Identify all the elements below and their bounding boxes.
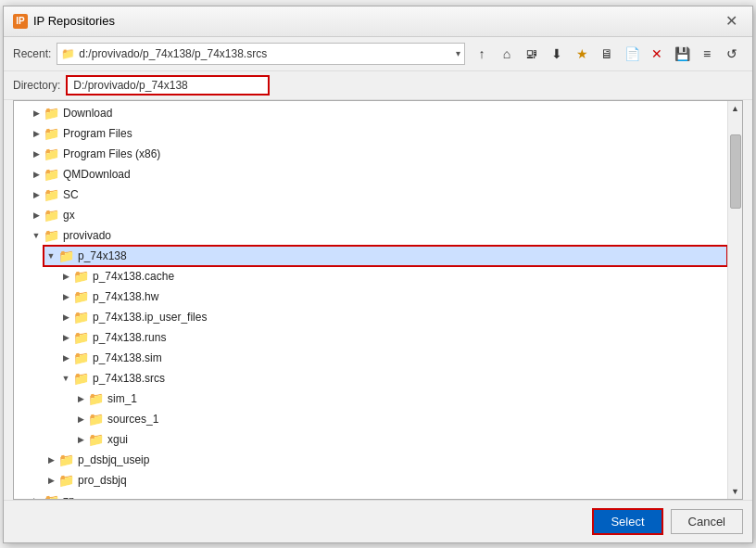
folder-icon-pro-dsbjq: 📁 — [58, 473, 74, 488]
starred-button[interactable]: ★ — [571, 43, 593, 65]
item-label-p74x138-sim: p_74x138.sim — [93, 351, 162, 364]
expand-qmdownload[interactable]: ▶ — [29, 167, 44, 182]
tree-item-p74x138[interactable]: ▼ 📁 p_74x138 — [44, 246, 727, 266]
tree-item-p74x138-sim[interactable]: ▶ 📁 p_74x138.sim — [58, 348, 727, 368]
item-label-p74x138-srcs: p_74x138.srcs — [93, 372, 165, 385]
scrollbar-thumb[interactable] — [730, 134, 741, 209]
scroll-down-btn[interactable]: ▼ — [728, 484, 743, 499]
tree-item-sc[interactable]: ▶ 📁 SC — [29, 185, 727, 205]
desktop-button[interactable]: 🖳 — [521, 43, 543, 65]
item-label-program-files: Program Files — [63, 127, 132, 140]
folder-icon-program-files-x86: 📁 — [44, 147, 59, 161]
tree-item-p-dsbjq-useip[interactable]: ▶ 📁 p_dsbjq_useip — [44, 450, 727, 470]
folder-icon-sim1: 📁 — [88, 391, 104, 406]
folder-icon-p74x138-cache: 📁 — [73, 269, 89, 284]
expand-p74x138-hw[interactable]: ▶ — [58, 289, 73, 304]
directory-input[interactable] — [66, 75, 270, 96]
expand-pro-dsbjq[interactable]: ▶ — [44, 473, 58, 488]
home-button[interactable]: ⌂ — [496, 43, 518, 65]
combo-dropdown-arrow[interactable]: ▾ — [456, 48, 460, 58]
expand-p74x138-srcs[interactable]: ▼ — [58, 371, 73, 386]
download-button[interactable]: ⬇ — [546, 43, 568, 65]
delete-button[interactable]: ✕ — [646, 43, 668, 65]
expand-p74x138-ip-user-files[interactable]: ▶ — [58, 310, 73, 325]
item-label-p74x138: p_74x138 — [78, 249, 127, 262]
item-label-sim1: sim_1 — [107, 392, 137, 405]
folder-icon-sources1: 📁 — [88, 412, 104, 427]
item-label-pro-dsbjq: pro_dsbjq — [78, 474, 127, 487]
tree-item-sim1[interactable]: ▶ 📁 sim_1 — [73, 389, 727, 409]
folder-icon-program-files: 📁 — [44, 126, 59, 141]
toolbar-buttons: ↑ ⌂ 🖳 ⬇ ★ 🖥 📄 ✕ 💾 ≡ ↺ — [471, 43, 743, 65]
expand-sc[interactable]: ▶ — [29, 187, 44, 202]
folder-icon-sc: 📁 — [44, 187, 59, 202]
tree-item-program-files-x86[interactable]: ▶ 📁 Program Files (x86) — [29, 144, 727, 164]
expand-p74x138-runs[interactable]: ▶ — [58, 330, 73, 345]
tree-item-zp[interactable]: ▶ 📁 zp — [29, 491, 727, 499]
item-label-p-dsbjq-useip: p_dsbjq_useip — [78, 453, 149, 466]
new-file-button[interactable]: 📄 — [621, 43, 643, 65]
directory-row: Directory: — [4, 71, 752, 100]
combo-folder-icon: 📁 — [61, 47, 75, 60]
tree-item-program-files[interactable]: ▶ 📁 Program Files — [29, 123, 727, 144]
folder-icon-qmdownload: 📁 — [44, 167, 59, 182]
folder-icon-download: 📁 — [44, 106, 59, 121]
expand-sim1[interactable]: ▶ — [73, 391, 88, 406]
expand-program-files-x86[interactable]: ▶ — [29, 147, 44, 161]
scroll-up-btn[interactable]: ▲ — [728, 101, 743, 116]
cancel-button[interactable]: Cancel — [671, 509, 743, 534]
tree-item-sources1[interactable]: ▶ 📁 sources_1 — [73, 409, 727, 429]
expand-gx[interactable]: ▶ — [29, 208, 44, 223]
expand-sources1[interactable]: ▶ — [73, 412, 88, 427]
expand-p74x138-sim[interactable]: ▶ — [58, 350, 73, 365]
expand-xgui[interactable]: ▶ — [73, 432, 88, 447]
item-label-qmdownload: QMDownload — [63, 168, 131, 181]
tree-item-p74x138-hw[interactable]: ▶ 📁 p_74x138.hw — [58, 287, 727, 307]
tree-item-p74x138-ip-user-files[interactable]: ▶ 📁 p_74x138.ip_user_files — [58, 307, 727, 327]
tree-item-p74x138-srcs[interactable]: ▼ 📁 p_74x138.srcs — [58, 368, 727, 389]
refresh-button[interactable]: ↺ — [721, 43, 743, 65]
button-row: Select Cancel — [4, 500, 752, 542]
item-label-p74x138-ip-user-files: p_74x138.ip_user_files — [93, 311, 207, 324]
drives-button[interactable]: 💾 — [671, 43, 693, 65]
tree-item-p74x138-runs[interactable]: ▶ 📁 p_74x138.runs — [58, 327, 727, 348]
toolbar-row: Recent: 📁 d:/provivado/p_74x138/p_74x138… — [4, 37, 752, 71]
item-label-zp: zp — [63, 494, 75, 499]
select-button[interactable]: Select — [592, 508, 662, 535]
file-tree-container: ▶ 📁 Download ▶ 📁 Program Files ▶ 📁 Progr… — [13, 100, 743, 500]
tree-item-download[interactable]: ▶ 📁 Download — [29, 103, 727, 123]
up-button[interactable]: ↑ — [471, 43, 493, 65]
tree-item-xgui[interactable]: ▶ 📁 xgui — [73, 429, 727, 450]
expand-p74x138-cache[interactable]: ▶ — [58, 269, 73, 284]
item-label-gx: gx — [63, 209, 75, 222]
dialog-icon: IP — [13, 14, 28, 29]
dialog-title: IP Repositories — [33, 14, 115, 28]
tree-item-p74x138-cache[interactable]: ▶ 📁 p_74x138.cache — [58, 266, 727, 287]
folder-icon-xgui: 📁 — [88, 432, 104, 447]
item-label-sources1: sources_1 — [107, 413, 158, 426]
options-button[interactable]: ≡ — [696, 43, 718, 65]
expand-provivado[interactable]: ▼ — [29, 228, 44, 243]
tree-item-qmdownload[interactable]: ▶ 📁 QMDownload — [29, 164, 727, 185]
close-button[interactable]: ✕ — [720, 12, 743, 31]
expand-program-files[interactable]: ▶ — [29, 126, 44, 141]
folder-icon-zp: 📁 — [44, 493, 59, 499]
expand-p74x138[interactable]: ▼ — [44, 249, 58, 263]
recent-path-combo[interactable]: 📁 d:/provivado/p_74x138/p_74x138.srcs ▾ — [57, 43, 465, 65]
tree-item-pro-dsbjq[interactable]: ▶ 📁 pro_dsbjq — [44, 470, 727, 491]
folder-icon-p74x138-sim: 📁 — [73, 350, 89, 365]
file-tree[interactable]: ▶ 📁 Download ▶ 📁 Program Files ▶ 📁 Progr… — [14, 101, 727, 499]
item-label-p74x138-hw: p_74x138.hw — [93, 290, 158, 303]
expand-zp[interactable]: ▶ — [29, 493, 44, 499]
monitor-button[interactable]: 🖥 — [596, 43, 618, 65]
item-label-p74x138-cache: p_74x138.cache — [93, 270, 174, 283]
directory-label: Directory: — [13, 79, 60, 92]
tree-item-provivado[interactable]: ▼ 📁 provivado — [29, 225, 727, 246]
expand-download[interactable]: ▶ — [29, 106, 44, 121]
item-label-provivado: provivado — [63, 229, 111, 242]
item-label-download: Download — [63, 107, 112, 120]
scrollbar[interactable]: ▲ ▼ — [727, 101, 742, 499]
item-label-sc: SC — [63, 188, 79, 201]
expand-p-dsbjq-useip[interactable]: ▶ — [44, 452, 58, 467]
tree-item-gx[interactable]: ▶ 📁 gx — [29, 205, 727, 225]
